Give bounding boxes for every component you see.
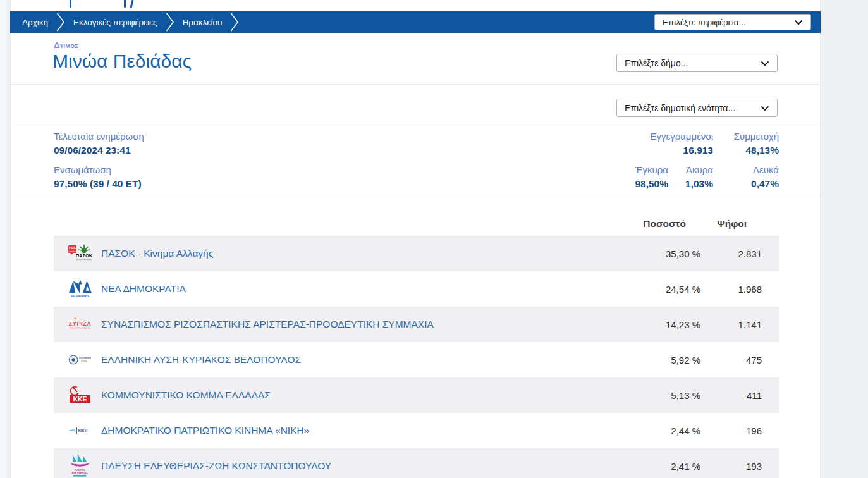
party-link[interactable]: ΔΗΜΟΚΡΑΤΙΚΟ ΠΑΤΡΙΩΤΙΚΟ ΚΙΝΗΜΑ «ΝΙΚΗ» bbox=[101, 425, 618, 436]
table-row: PES socialists ΠΑΣΟΚ Κίνημα Αλλαγής ΠΑΣΟ… bbox=[54, 236, 779, 271]
syriza-logo: ΣΥΡΙΖΑ ΠΡΟΟΔΕΥΤΙΚΗ ΣΥΜΜΑΧΙΑ bbox=[68, 313, 92, 336]
election-results-page: Αρχική Εκλογικές περιφέρειες Ηρακλείου Ε… bbox=[0, 0, 868, 478]
party-percent: 14,23 % bbox=[618, 319, 700, 330]
pasok-logo: PES socialists ΠΑΣΟΚ Κίνημα Αλλαγής bbox=[68, 242, 92, 265]
svg-text:ΠΑΣΟΚ: ΠΑΣΟΚ bbox=[76, 253, 92, 259]
divider bbox=[10, 84, 821, 85]
niki-logo: ΝΙΚΗ bbox=[68, 419, 92, 442]
turnout-value: 48,13% bbox=[671, 145, 779, 156]
party-link[interactable]: ΠΛΕΥΣΗ ΕΛΕΥΘΕΡΙΑΣ-ΖΩΗ ΚΩΝΣΤΑΝΤΟΠΟΥΛΟΥ bbox=[101, 460, 618, 472]
municipal-unit-select-value: Επιλέξτε δημοτική ενότητα... bbox=[625, 103, 761, 113]
breadcrumb-districts[interactable]: Εκλογικές περιφέρειες bbox=[73, 18, 157, 27]
breadcrumb-irakleiou[interactable]: Ηρακλείου bbox=[183, 18, 223, 27]
divider bbox=[10, 197, 821, 197]
party-percent: 5,13 % bbox=[618, 390, 700, 401]
elliniki-lysi-logo: ΕΛΛΗΝΙΚΗ ΛΥΣΗ bbox=[68, 348, 92, 371]
clipped-heading-descender bbox=[124, 0, 126, 8]
party-link[interactable]: ΕΛΛΗΝΙΚΗ ΛΥΣΗ-ΚΥΡΙΑΚΟΣ ΒΕΛΟΠΟΥΛΟΣ bbox=[101, 354, 618, 365]
votes-column-header: Ψήφοι bbox=[700, 218, 779, 230]
chevron-right-icon bbox=[230, 13, 239, 32]
last-update-value: 09/06/2024 23:41 bbox=[54, 145, 131, 156]
table-row: ΕΛΛΗΝΙΚΗ ΛΥΣΗ ΕΛΛΗΝΙΚΗ ΛΥΣΗ-ΚΥΡΙΑΚΟΣ ΒΕΛ… bbox=[54, 342, 779, 377]
party-votes: 196 bbox=[700, 426, 779, 436]
party-percent: 2,44 % bbox=[618, 426, 700, 436]
party-votes: 1.968 bbox=[700, 284, 779, 295]
region-select-value: Επιλέξτε περιφέρεια... bbox=[663, 18, 794, 27]
party-votes: 475 bbox=[700, 355, 779, 365]
party-percent: 24,54 % bbox=[618, 284, 700, 295]
svg-text:PES: PES bbox=[69, 246, 76, 250]
table-row: ΚΚΕ ΚΟΜΜΟΥΝΙΣΤΙΚΟ ΚΟΜΜΑ ΕΛΛΑΔΑΣ 5,13 % 4… bbox=[54, 377, 779, 413]
svg-text:ΚΚΕ: ΚΚΕ bbox=[73, 395, 87, 403]
chevron-down-icon bbox=[794, 18, 803, 27]
entity-type-label: Δήμος bbox=[54, 40, 78, 50]
nea-dimokratia-logo: ΝΕΑ ΔΗΜΟΚΡΑΤΙΑ bbox=[68, 278, 92, 300]
party-votes: 411 bbox=[700, 390, 779, 401]
party-link[interactable]: ΠΑΣΟΚ - Κίνημα Αλλαγής bbox=[101, 248, 618, 259]
kke-logo: ΚΚΕ bbox=[68, 384, 92, 407]
svg-text:socialists: socialists bbox=[69, 250, 76, 253]
integration-label: Ενσωμάτωση bbox=[54, 164, 111, 175]
table-row: ΝΕΑ ΔΗΜΟΚΡΑΤΙΑ ΝΕΑ ΔΗΜΟΚΡΑΤΙΑ 24,54 % 1.… bbox=[54, 271, 779, 307]
party-votes: 1.141 bbox=[700, 319, 779, 330]
svg-text:ΠΡΟΟΔΕΥΤΙΚΗ ΣΥΜΜΑΧΙΑ: ΠΡΟΟΔΕΥΤΙΚΗ ΣΥΜΜΑΧΙΑ bbox=[70, 327, 90, 329]
svg-text:ΣΥΡΙΖΑ: ΣΥΡΙΖΑ bbox=[69, 320, 91, 327]
chevron-down-icon bbox=[761, 58, 769, 68]
page-title: Μινώα Πεδιάδας bbox=[52, 51, 192, 72]
blank-label: Λευκά bbox=[671, 164, 779, 175]
results-table-header: Ποσοστό Ψήφοι bbox=[54, 214, 779, 234]
percent-column-header: Ποσοστό bbox=[618, 218, 700, 230]
breadcrumb-home[interactable]: Αρχική bbox=[22, 18, 48, 27]
svg-text:ΕΛΛΗΝΙΚΗ: ΕΛΛΗΝΙΚΗ bbox=[79, 357, 91, 359]
table-row: ΝΙΚΗ ΔΗΜΟΚΡΑΤΙΚΟ ΠΑΤΡΙΩΤΙΚΟ ΚΙΝΗΜΑ «ΝΙΚΗ… bbox=[54, 413, 779, 448]
svg-text:ΛΥΣΗ: ΛΥΣΗ bbox=[81, 360, 87, 363]
svg-text:Κίνημα Αλλαγής: Κίνημα Αλλαγής bbox=[76, 259, 92, 261]
municipal-unit-select[interactable]: Επιλέξτε δημοτική ενότητα... bbox=[616, 99, 778, 117]
party-link[interactable]: ΚΟΜΜΟΥΝΙΣΤΙΚΟ ΚΟΜΜΑ ΕΛΛΑΔΑΣ bbox=[101, 389, 618, 401]
municipality-select[interactable]: Επιλέξτε δήμο... bbox=[616, 54, 778, 72]
divider bbox=[10, 125, 821, 125]
results-table: PES socialists ΠΑΣΟΚ Κίνημα Αλλαγής ΠΑΣΟ… bbox=[54, 236, 779, 478]
municipality-select-value: Επιλέξτε δήμο... bbox=[625, 58, 761, 68]
turnout-label: Συμμετοχή bbox=[671, 131, 779, 142]
chevron-right-icon bbox=[56, 13, 65, 32]
party-votes: 2.831 bbox=[700, 248, 779, 259]
party-percent: 35,30 % bbox=[618, 248, 700, 259]
chevron-right-icon bbox=[166, 13, 174, 32]
party-percent: 5,92 % bbox=[618, 355, 700, 365]
clipped-heading-descender bbox=[70, 0, 71, 8]
region-select[interactable]: Επιλέξτε περιφέρεια... bbox=[654, 14, 811, 30]
party-link[interactable]: ΝΕΑ ΔΗΜΟΚΡΑΤΙΑ bbox=[101, 283, 618, 295]
left-gutter bbox=[0, 0, 7, 478]
blank-value: 0,47% bbox=[671, 178, 779, 190]
table-row: ΠΛΕΥΣΗ ΕΛΕΥΘΕΡΙΑΣ ΠΛΕΥΣΗ ΕΛΕΥΘΕΡΙΑΣ-ΖΩΗ … bbox=[54, 448, 779, 478]
party-link[interactable]: ΣΥΝΑΣΠΙΣΜΟΣ ΡΙΖΟΣΠΑΣΤΙΚΗΣ ΑΡΙΣΤΕΡΑΣ-ΠΡΟΟ… bbox=[101, 319, 618, 330]
table-row: ΣΥΡΙΖΑ ΠΡΟΟΔΕΥΤΙΚΗ ΣΥΜΜΑΧΙΑ ΣΥΝΑΣΠΙΣΜΟΣ … bbox=[54, 307, 779, 342]
party-votes: 193 bbox=[700, 461, 779, 472]
breadcrumb: Αρχική Εκλογικές περιφέρειες Ηρακλείου Ε… bbox=[10, 11, 821, 33]
svg-text:ΕΛΕΥΘΕΡΙΑΣ: ΕΛΕΥΘΕΡΙΑΣ bbox=[71, 471, 88, 474]
chevron-down-icon bbox=[761, 103, 769, 113]
plefsi-eleftherias-logo: ΠΛΕΥΣΗ ΕΛΕΥΘΕΡΙΑΣ bbox=[68, 455, 92, 477]
last-update-label: Τελευταία ενημέρωση bbox=[54, 131, 144, 142]
svg-text:ΝΕΑ ΔΗΜΟΚΡΑΤΙΑ: ΝΕΑ ΔΗΜΟΚΡΑΤΙΑ bbox=[71, 295, 90, 298]
svg-text:ΝΙΚΗ: ΝΙΚΗ bbox=[78, 429, 88, 432]
party-percent: 2,41 % bbox=[618, 461, 700, 472]
integration-value: 97,50% (39 / 40 ΕΤ) bbox=[54, 178, 142, 190]
